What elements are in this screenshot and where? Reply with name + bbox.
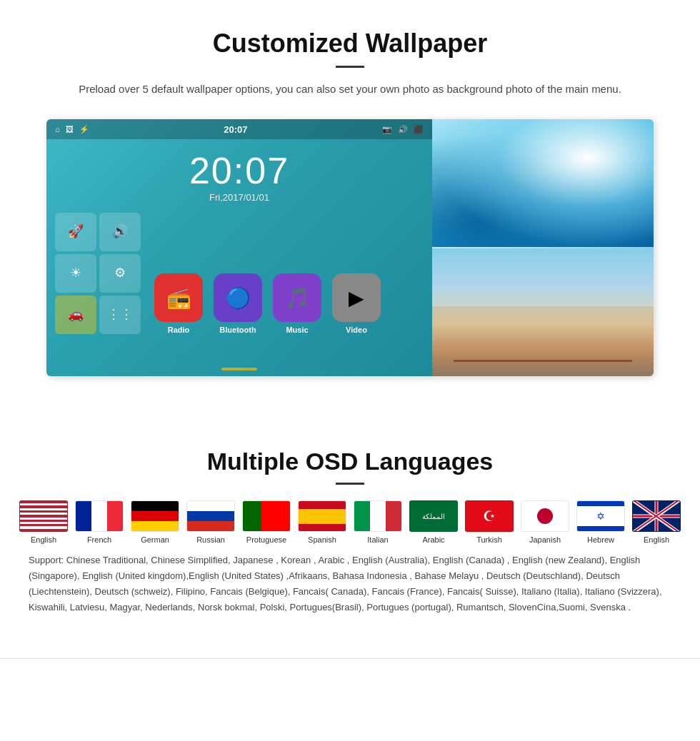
- app-speaker[interactable]: 🔊: [99, 213, 141, 251]
- flag-uk-english: English: [632, 500, 681, 544]
- flag-arabic-box: المملكة: [409, 500, 458, 532]
- app-grid-left: 🚀 🔊 ☀ ⚙ 🚗 ⋮⋮: [55, 213, 141, 334]
- flag-italian-label: Italian: [367, 535, 388, 544]
- app-music[interactable]: 🎵 Music: [269, 273, 325, 334]
- flag-spain-box: [298, 500, 346, 532]
- statusbar-left: ⌂ 🖼 ⚡: [55, 125, 89, 134]
- app-equalizer[interactable]: ⚙: [99, 254, 141, 293]
- home-icon: ⌂: [55, 125, 60, 133]
- flag-english: English: [19, 500, 68, 544]
- wallpaper-description: Preload over 5 default wallpaper options…: [57, 81, 643, 98]
- flag-russian-label: Russian: [196, 535, 225, 544]
- languages-section: Multiple OSD Languages English French: [0, 426, 700, 637]
- flag-english-label: English: [31, 535, 56, 544]
- flag-france-box: [75, 500, 124, 532]
- flag-german-label: German: [141, 535, 169, 544]
- flag-portuguese-label: Protuguese: [246, 535, 286, 544]
- screen-apps: 🚀 🔊 ☀ ⚙ 🚗 ⋮⋮: [46, 213, 432, 334]
- flag-germany-box: [131, 500, 179, 532]
- car-screen: ⌂ 🖼 ⚡ 20:07 📷 🔊 ⬛ 20:07 Fri,2017/01/01: [46, 119, 432, 376]
- flag-german: German: [131, 500, 179, 544]
- screen-icon: ⬛: [414, 125, 424, 134]
- flag-israel-box: ✡: [576, 500, 625, 532]
- wallpaper-section: Customized Wallpaper Preload over 5 defa…: [0, 0, 700, 426]
- flag-italy-box: [354, 500, 402, 532]
- flag-uk-box: [632, 500, 681, 532]
- app-car[interactable]: 🚗: [55, 296, 96, 334]
- bottom-divider: [0, 658, 700, 659]
- flag-russian: Russian: [186, 500, 235, 544]
- languages-divider: [336, 483, 364, 485]
- flag-turkey-box: ☪: [465, 500, 514, 532]
- video-icon-wrap: ▶: [332, 273, 381, 322]
- flag-japanese-label: Japanish: [529, 535, 561, 544]
- flag-french-label: French: [87, 535, 111, 544]
- flag-japanese: Japanish: [521, 500, 569, 544]
- equalizer-icon: ⚙: [114, 265, 126, 281]
- speaker-icon: 🔊: [112, 223, 128, 239]
- flag-portuguese: Protuguese: [242, 500, 291, 544]
- flag-turkish-label: Turkish: [476, 535, 502, 544]
- app-bluetooth-label: Bluetooth: [219, 326, 256, 334]
- flag-russia-box: [186, 500, 235, 532]
- screen-statusbar: ⌂ 🖼 ⚡ 20:07 📷 🔊 ⬛: [46, 119, 432, 139]
- flag-spanish-label: Spanish: [308, 535, 336, 544]
- app-rocket[interactable]: 🚀: [55, 213, 96, 251]
- usb-icon: ⚡: [79, 125, 89, 134]
- app-video[interactable]: ▶ Video: [329, 273, 384, 334]
- support-text: Support: Chinese Traditional, Chinese Si…: [29, 553, 671, 615]
- bluetooth-icon-wrap: 🔵: [214, 273, 262, 322]
- clock-date: Fri,2017/01/01: [61, 192, 418, 203]
- clock-time: 20:07: [61, 152, 418, 189]
- flag-usa-box: [19, 500, 68, 532]
- radio-icon-wrap: 📻: [154, 273, 203, 322]
- wallpaper-bridge: [432, 248, 654, 376]
- car-icon: 🚗: [68, 306, 84, 322]
- camera-icon: 📷: [382, 125, 392, 134]
- flag-hebrew-label: Hebrew: [587, 535, 614, 544]
- title-divider: [336, 66, 364, 68]
- flag-italian: Italian: [354, 500, 402, 544]
- statusbar-right: 📷 🔊 ⬛: [382, 125, 424, 134]
- screen-indicator: [221, 368, 257, 370]
- wallpaper-title: Customized Wallpaper: [43, 29, 657, 59]
- brightness-icon: ☀: [70, 265, 81, 281]
- app-radio[interactable]: 📻 Radio: [151, 273, 206, 334]
- app-row-main: 📻 Radio 🔵 Bluetooth 🎵 Music ▶ Video: [151, 213, 424, 334]
- app-apps[interactable]: ⋮⋮: [99, 296, 141, 334]
- app-music-label: Music: [286, 326, 308, 334]
- app-video-label: Video: [346, 326, 367, 334]
- wallpaper-demo: ⌂ 🖼 ⚡ 20:07 📷 🔊 ⬛ 20:07 Fri,2017/01/01: [43, 119, 657, 376]
- flag-turkish: ☪ Turkish: [465, 500, 514, 544]
- app-brightness[interactable]: ☀: [55, 254, 96, 293]
- app-bluetooth[interactable]: 🔵 Bluetooth: [210, 273, 266, 334]
- apps-icon: ⋮⋮: [107, 306, 133, 322]
- screen-clock: 20:07 Fri,2017/01/01: [46, 139, 432, 208]
- wallpaper-side-images: [432, 119, 654, 376]
- flag-uk-label: English: [644, 535, 669, 544]
- flags-row: English French German: [29, 500, 671, 544]
- flag-spanish: Spanish: [298, 500, 346, 544]
- flag-japan-box: [521, 500, 569, 532]
- rocket-icon: 🚀: [68, 223, 84, 239]
- flag-hebrew: ✡ Hebrew: [576, 500, 625, 544]
- wallpaper-ice: [432, 119, 654, 248]
- statusbar-time: 20:07: [89, 124, 382, 135]
- flag-portugal-box: [242, 500, 291, 532]
- app-radio-label: Radio: [168, 326, 190, 334]
- flag-arabic: المملكة Arabic: [409, 500, 458, 544]
- languages-title: Multiple OSD Languages: [29, 448, 671, 475]
- flag-arabic-label: Arabic: [422, 535, 444, 544]
- volume-icon: 🔊: [398, 125, 408, 134]
- flag-french: French: [75, 500, 124, 544]
- image-icon: 🖼: [66, 125, 74, 133]
- music-icon-wrap: 🎵: [273, 273, 321, 322]
